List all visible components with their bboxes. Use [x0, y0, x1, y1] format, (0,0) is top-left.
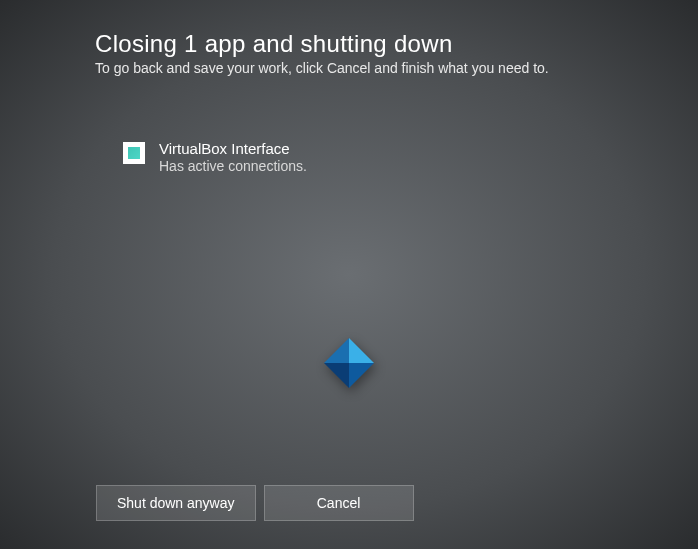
svg-marker-3: [324, 363, 349, 388]
app-list: VirtualBox Interface Has active connecti…: [95, 140, 698, 174]
svg-marker-1: [324, 338, 349, 363]
shutdown-dialog: Closing 1 app and shutting down To go ba…: [0, 0, 698, 174]
app-status: Has active connections.: [159, 158, 307, 174]
page-subtitle: To go back and save your work, click Can…: [95, 60, 698, 76]
cancel-button[interactable]: Cancel: [264, 485, 414, 521]
app-item: VirtualBox Interface Has active connecti…: [123, 140, 698, 174]
windows-logo-watermark-icon: [324, 338, 374, 388]
svg-marker-2: [349, 363, 374, 388]
app-name: VirtualBox Interface: [159, 140, 307, 157]
shutdown-anyway-button[interactable]: Shut down anyway: [96, 485, 256, 521]
svg-marker-0: [349, 338, 374, 363]
page-title: Closing 1 app and shutting down: [95, 30, 698, 58]
virtualbox-icon: [123, 142, 145, 164]
app-text: VirtualBox Interface Has active connecti…: [159, 140, 307, 174]
button-bar: Shut down anyway Cancel: [96, 485, 414, 521]
